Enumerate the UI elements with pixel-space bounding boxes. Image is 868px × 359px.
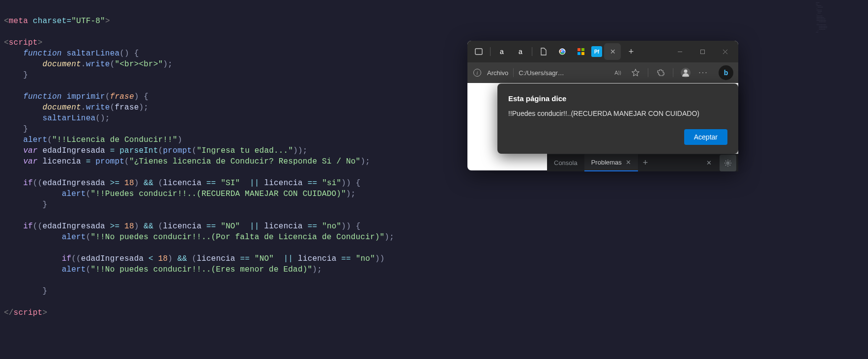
close-window-button[interactable] <box>714 44 736 59</box>
address-path[interactable]: C:/Users/sagr… <box>519 69 564 77</box>
tab-current[interactable]: ✕ <box>604 43 621 60</box>
gear-icon[interactable] <box>720 155 736 171</box>
svg-point-11 <box>684 70 688 73</box>
close-icon[interactable]: ✕ <box>610 48 616 55</box>
svg-rect-2 <box>578 48 580 51</box>
tab-amazon-1[interactable]: a <box>493 43 510 60</box>
read-aloud-icon[interactable]: A)) <box>612 68 623 78</box>
svg-rect-0 <box>475 49 482 55</box>
svg-point-12 <box>727 162 729 164</box>
tab-microsoft-icon[interactable] <box>573 43 589 60</box>
minimap[interactable]: ▬▬▬▬▬▬ ▬▬▬ ▬▬▬▬▬▬▬▬ ▬▬▬▬▬▬▬▬▬ ▬ ▬▬▬▬▬▬▬▬… <box>816 2 865 61</box>
script-close-tag: script <box>14 308 43 317</box>
tab-consola[interactable]: Consola <box>547 154 584 171</box>
address-scheme: Archivo <box>487 69 508 77</box>
maximize-button[interactable] <box>691 44 714 59</box>
close-icon[interactable]: ✕ <box>626 159 631 166</box>
svg-rect-3 <box>581 48 584 51</box>
tab-amazon-2[interactable]: a <box>512 43 529 60</box>
tab-workspaces-icon[interactable] <box>470 43 487 60</box>
tab-google-icon[interactable] <box>554 43 571 60</box>
info-icon[interactable]: i <box>472 68 482 78</box>
script-open-tag: script <box>9 38 38 47</box>
tab-file-icon[interactable] <box>535 43 552 60</box>
svg-rect-4 <box>578 52 580 55</box>
bing-icon[interactable]: b <box>719 65 733 80</box>
favorite-icon[interactable] <box>630 68 641 78</box>
meta-tag: meta <box>9 17 28 26</box>
svg-rect-5 <box>581 52 584 55</box>
dialog-title: Esta página dice <box>508 94 727 103</box>
new-tab-button[interactable]: + <box>623 43 639 60</box>
window-controls <box>668 44 736 59</box>
close-devtools-button[interactable]: ✕ <box>706 159 712 166</box>
extensions-icon[interactable] <box>655 68 666 78</box>
browser-titlebar: a a Pf ✕ + <box>467 41 738 62</box>
add-tab-button[interactable]: + <box>638 158 653 168</box>
tab-problemas[interactable]: Problemas ✕ <box>584 154 638 171</box>
tab-pf-icon[interactable]: Pf <box>591 46 602 57</box>
devtools-panel: Consola Problemas ✕ + ✕ <box>547 154 738 171</box>
browser-addressbar: i Archivo C:/Users/sagr… A)) ··· b <box>467 62 738 83</box>
svg-rect-7 <box>700 50 704 54</box>
accept-button[interactable]: Aceptar <box>684 129 727 145</box>
profile-icon[interactable] <box>680 68 691 78</box>
dialog-message: !!Puedes conducir!!..(RECUERDA MANEJAR C… <box>508 110 727 117</box>
js-alert-dialog: Esta página dice !!Puedes conducir!!..(R… <box>497 83 738 154</box>
minimize-button[interactable] <box>668 44 691 59</box>
more-icon[interactable]: ··· <box>698 68 709 78</box>
